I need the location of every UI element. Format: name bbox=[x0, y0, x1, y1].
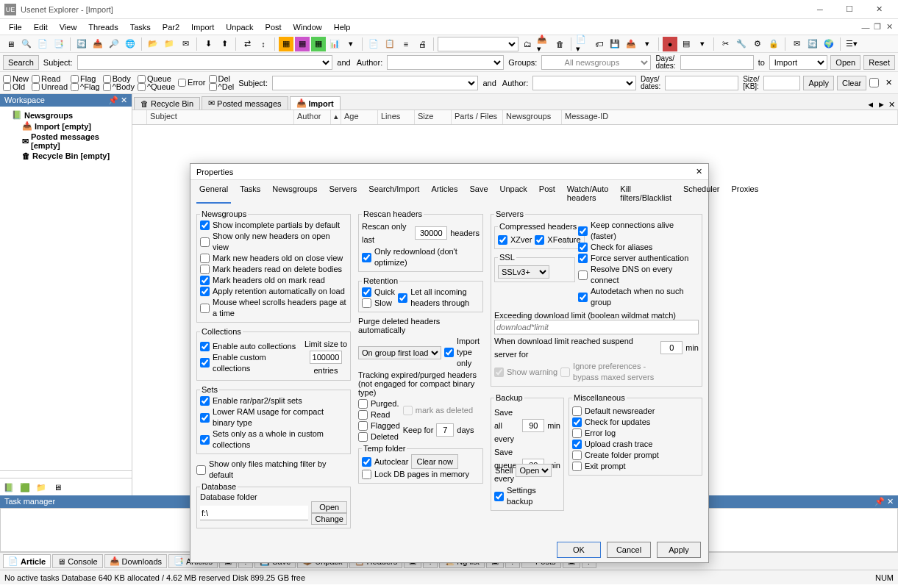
chk-sets-b[interactable]: Lower RAM usage for compact binary type bbox=[200, 406, 347, 429]
chk-misc-a[interactable]: Default newsreader bbox=[572, 406, 699, 417]
tb-icon-39[interactable]: 🔒 bbox=[766, 37, 781, 51]
tb-icon-37[interactable]: 🔧 bbox=[734, 37, 749, 51]
col-age[interactable]: Age bbox=[341, 110, 378, 124]
menu-edit[interactable]: Edit bbox=[28, 21, 54, 33]
tb-icon-26[interactable]: 📥▾ bbox=[536, 37, 551, 51]
dialog-close-icon[interactable]: ✕ bbox=[696, 167, 702, 176]
chk-settingsbkp[interactable]: Settings backup bbox=[494, 485, 560, 507]
tb-icon-32[interactable]: ▾ bbox=[640, 37, 655, 51]
col-size[interactable]: Size bbox=[415, 110, 452, 124]
filter-error[interactable]: Error bbox=[178, 79, 205, 87]
filter-author-input[interactable] bbox=[532, 76, 636, 90]
cancel-button[interactable]: Cancel bbox=[607, 542, 651, 558]
tab-posted[interactable]: ✉ Posted messages bbox=[202, 96, 288, 110]
col-parts[interactable]: Parts / Files bbox=[452, 110, 503, 124]
btab-downloads[interactable]: 📥 Downloads bbox=[104, 554, 167, 568]
dtab-save[interactable]: Save bbox=[466, 183, 491, 204]
chk-ng-c[interactable]: Mark new headers old on close view bbox=[200, 253, 347, 264]
mdi-restore-icon[interactable]: ❐ bbox=[872, 21, 883, 33]
db-open-button[interactable]: Open bbox=[311, 501, 347, 513]
bkp-input[interactable] bbox=[522, 419, 544, 432]
col-author[interactable]: Author bbox=[294, 110, 331, 124]
clear-button[interactable]: Clear bbox=[837, 76, 866, 90]
chk-srv-d[interactable]: Resolve DNS on every connect bbox=[578, 264, 699, 286]
chk-ng-d[interactable]: Mark headers read on delete bodies bbox=[200, 264, 347, 275]
dtab-newsgroups[interactable]: Newsgroups bbox=[269, 183, 320, 204]
tb-icon-25[interactable]: 🗂 bbox=[520, 37, 535, 51]
chk-showwarn[interactable]: Show warning bbox=[494, 367, 557, 378]
rescan-input[interactable] bbox=[415, 226, 447, 240]
col-lines[interactable]: Lines bbox=[378, 110, 415, 124]
filter-close-icon[interactable]: ✕ bbox=[882, 76, 895, 90]
tb-icon-18[interactable]: ▦ bbox=[311, 37, 326, 51]
apply-dlg-button[interactable]: Apply bbox=[657, 542, 701, 558]
tb-icon-17[interactable]: ▦ bbox=[295, 37, 310, 51]
taskmgr-close-icon[interactable]: ✕ bbox=[887, 497, 894, 506]
chk-track-read[interactable]: Read bbox=[358, 409, 400, 420]
chk-autoclear[interactable]: Autoclear bbox=[362, 456, 408, 467]
dtab-general[interactable]: General bbox=[196, 183, 231, 204]
tb-icon-15[interactable]: ↕ bbox=[256, 37, 271, 51]
tab-close-icon[interactable]: ✕ bbox=[888, 100, 895, 110]
tb-icon-14[interactable]: ⇄ bbox=[240, 37, 254, 51]
chk-col-b[interactable]: Enable custom collections bbox=[200, 352, 302, 374]
dtab-search[interactable]: Search/Import bbox=[366, 183, 422, 204]
chk-xzver[interactable]: XZver bbox=[498, 234, 532, 245]
filter-new[interactable]: New bbox=[3, 75, 29, 83]
menu-help[interactable]: Help bbox=[328, 21, 357, 33]
chk-rescan-opt[interactable]: Only redownload (don't optimize) bbox=[362, 246, 480, 268]
minimize-button[interactable]: ─ bbox=[805, 1, 835, 18]
tb-icon-30[interactable]: 💾 bbox=[607, 37, 622, 51]
menu-par2[interactable]: Par2 bbox=[157, 21, 185, 33]
sidetab-2-icon[interactable]: 🟩 bbox=[18, 480, 32, 495]
dtab-unpack[interactable]: Unpack bbox=[497, 183, 530, 204]
tb-icon-24[interactable]: 🖨 bbox=[415, 37, 430, 51]
chk-col-a[interactable]: Enable auto collections bbox=[200, 341, 302, 352]
tb-icon-9[interactable]: 📂 bbox=[146, 37, 160, 51]
chk-misc-c[interactable]: Error log bbox=[572, 428, 699, 439]
exceed-input[interactable] bbox=[494, 320, 699, 334]
tb-icon-8[interactable]: 🌐 bbox=[123, 37, 138, 51]
tree-import[interactable]: 📥 Import [empty] bbox=[1, 121, 130, 132]
db-change-button[interactable]: Change bbox=[311, 513, 347, 525]
limit-input[interactable] bbox=[310, 351, 342, 364]
col-msgid[interactable]: Message-ID bbox=[562, 110, 898, 124]
chk-misc-f[interactable]: Exit prompt bbox=[572, 461, 699, 472]
dtab-scheduler[interactable]: Scheduler bbox=[680, 183, 723, 204]
maximize-button[interactable]: ☐ bbox=[835, 1, 864, 18]
ok-button[interactable]: OK bbox=[557, 542, 601, 558]
menu-window[interactable]: Window bbox=[288, 21, 328, 33]
chk-misc-d[interactable]: Upload crash trace bbox=[572, 439, 699, 450]
tb-icon-21[interactable]: 📄 bbox=[366, 37, 381, 51]
filter-subject-input[interactable] bbox=[272, 76, 479, 90]
tb-icon-41[interactable]: 🔄 bbox=[805, 37, 820, 51]
tb-icon-38[interactable]: ⚙ bbox=[750, 37, 765, 51]
chk-ng-e[interactable]: Mark headers old on mark read bbox=[200, 275, 347, 286]
tb-icon-4[interactable]: 📑 bbox=[51, 37, 66, 51]
tb-icon-5[interactable]: 🔄 bbox=[74, 37, 89, 51]
tb-icon-6[interactable]: 📥 bbox=[90, 37, 105, 51]
tb-icon-3[interactable]: 📄 bbox=[35, 37, 50, 51]
purge-combo[interactable]: On group first load bbox=[358, 346, 441, 359]
tb-icon-1[interactable]: 🖥 bbox=[3, 37, 18, 51]
chk-sets-c[interactable]: Sets only as a whole in custom collectio… bbox=[200, 429, 347, 451]
dtab-post[interactable]: Post bbox=[536, 183, 558, 204]
tb-icon-11[interactable]: ✉ bbox=[178, 37, 193, 51]
close-button[interactable]: ✕ bbox=[864, 1, 894, 18]
keep-input[interactable] bbox=[436, 423, 454, 437]
dtab-proxies[interactable]: Proxies bbox=[729, 183, 762, 204]
menu-unpack[interactable]: Unpack bbox=[220, 21, 259, 33]
btab-article[interactable]: 📄 Article bbox=[3, 554, 51, 568]
search-button[interactable]: Search bbox=[3, 55, 39, 70]
chk-ret-let[interactable]: Let all incoming headers through bbox=[398, 287, 469, 309]
tb-icon-12[interactable]: ⬇ bbox=[201, 37, 215, 51]
chk-srv-e[interactable]: Autodetach when no such group bbox=[578, 286, 699, 308]
subject-input[interactable] bbox=[77, 55, 333, 70]
dtab-articles[interactable]: Articles bbox=[428, 183, 460, 204]
db-folder-input[interactable] bbox=[200, 506, 308, 520]
apply-button[interactable]: Apply bbox=[803, 76, 834, 90]
chk-ignore[interactable]: Ignore preferences - bypass maxed server… bbox=[560, 361, 654, 383]
chk-lockdb[interactable]: Lock DB pages in memory bbox=[362, 469, 480, 480]
chk-track-mark[interactable]: mark as deleted bbox=[403, 405, 474, 416]
chk-srv-c[interactable]: Force server authentication bbox=[578, 253, 699, 264]
